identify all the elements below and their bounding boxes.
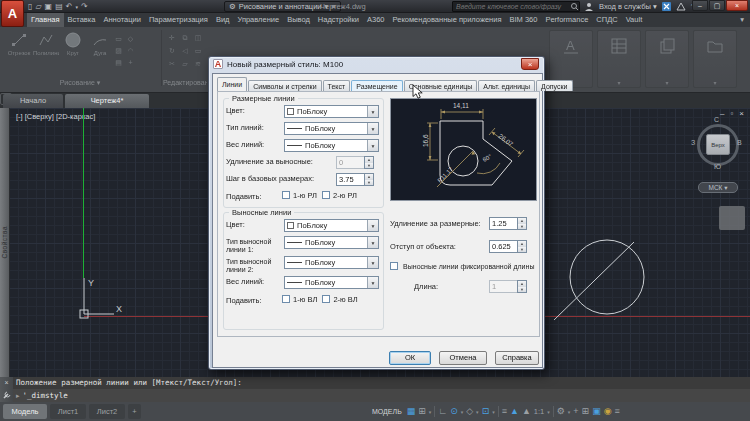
viewcube-west[interactable]: З: [691, 139, 695, 146]
recent-commands-icon[interactable]: ▸: [16, 392, 20, 400]
modify-panel-label[interactable]: Редактирование: [163, 79, 207, 86]
erase-icon[interactable]: ▱: [179, 58, 191, 70]
line-tool[interactable]: Отрезок: [6, 32, 32, 56]
annotation-autoscale-icon[interactable]: ▲: [522, 402, 531, 421]
ribbon-tab-addins[interactable]: Надстройки: [314, 13, 363, 27]
new-layout-button[interactable]: +: [128, 404, 141, 419]
customize-icon[interactable]: ≡: [615, 402, 620, 421]
ellipse-icon[interactable]: ◇: [125, 33, 136, 44]
plot-icon[interactable]: ▤: [55, 2, 63, 11]
tab-text[interactable]: Текст: [323, 80, 351, 91]
spinner-arrows[interactable]: ▲▼: [364, 173, 374, 186]
command-input[interactable]: [23, 391, 323, 400]
viewport-restore-icon[interactable]: ▫: [730, 109, 733, 118]
redo-icon[interactable]: ↷: [81, 2, 88, 11]
dialog-title-bar[interactable]: A Новый размерный стиль: М100: [213, 59, 343, 69]
close-icon[interactable]: ×: [4, 379, 8, 386]
point-icon[interactable]: +: [125, 57, 136, 68]
layout2-tab[interactable]: Лист2: [89, 404, 125, 419]
ext-linetype1-combo[interactable]: ПоБлоку ▼: [284, 236, 379, 249]
ribbon-tab-parametric[interactable]: Параметризация: [145, 13, 212, 27]
search-input[interactable]: [453, 3, 570, 10]
move-icon[interactable]: ✛: [166, 32, 178, 44]
suppress-ext1-checkbox[interactable]: [282, 295, 290, 303]
chevron-down-icon[interactable]: ▾: [476, 409, 479, 415]
viewcube-top-face[interactable]: Верх: [706, 134, 730, 155]
suppress-dim2-checkbox[interactable]: [322, 191, 330, 199]
scale-icon[interactable]: ▭: [192, 45, 204, 57]
arc-small-icon[interactable]: ◠: [125, 45, 136, 56]
undo-icon[interactable]: ↶: [66, 2, 73, 11]
rectangle-icon[interactable]: ▭: [113, 33, 124, 44]
tab-symbols-arrows[interactable]: Символы и стрелки: [248, 80, 321, 91]
ribbon-tab-home[interactable]: Главная: [27, 13, 64, 27]
spinner-arrows[interactable]: ▲▼: [517, 280, 527, 293]
dim-linetype-combo[interactable]: ПоБлоку ▼: [284, 122, 379, 135]
viewport-minimize-icon[interactable]: –: [720, 109, 724, 118]
ribbon-tab-performance[interactable]: Performance: [541, 13, 592, 27]
polygon-icon[interactable]: ▤: [113, 57, 124, 68]
file-tab-start[interactable]: Начало: [3, 94, 63, 108]
object-snap-icon[interactable]: ⊡: [482, 402, 490, 421]
hatch-icon[interactable]: ▨: [113, 45, 124, 56]
chevron-down-icon[interactable]: ▾: [429, 409, 432, 415]
viewcube-east[interactable]: В: [737, 139, 742, 146]
draw-panel-label[interactable]: Рисование ▾: [0, 79, 160, 87]
polar-tracking-icon[interactable]: ⊙: [450, 402, 458, 421]
quick-properties-icon[interactable]: ⊞: [582, 402, 590, 421]
dim-lineweight-combo[interactable]: ПоБлоку ▼: [284, 139, 379, 152]
annotation-scale-value[interactable]: 1:1: [534, 402, 544, 421]
signin-button[interactable]: Вход в службы▾: [599, 2, 657, 11]
viewcube-south[interactable]: Ю: [714, 163, 721, 170]
minimize-button[interactable]: –: [692, 0, 708, 11]
suppress-ext2-checkbox[interactable]: [322, 295, 330, 303]
search-box[interactable]: [452, 1, 580, 12]
app-menu-button[interactable]: A: [1, 0, 24, 27]
panel-group-button[interactable]: ▾: [693, 30, 737, 88]
ortho-icon[interactable]: ∟: [438, 402, 447, 421]
stretch-icon[interactable]: ◫: [192, 32, 204, 44]
panel-block-button[interactable]: ▾: [645, 30, 689, 88]
wrench-icon[interactable]: [2, 391, 11, 400]
save-icon[interactable]: ▣: [45, 2, 53, 11]
dialog-close-button[interactable]: ×: [521, 58, 539, 70]
dim-color-combo[interactable]: ПоБлоку ▼: [284, 105, 379, 118]
trim-icon[interactable]: ✂: [166, 58, 178, 70]
ribbon-tab-insert[interactable]: Вставка: [64, 13, 100, 27]
model-tab[interactable]: Модель: [3, 404, 47, 419]
person-icon[interactable]: [584, 2, 594, 11]
ext-lineweight-combo[interactable]: ПоБлоку ▼: [284, 276, 379, 289]
chevron-down-icon[interactable]: ▾: [547, 409, 550, 415]
ext-color-combo[interactable]: ПоБлоку ▼: [284, 219, 379, 232]
isolate-objects-icon[interactable]: ◉: [604, 402, 612, 421]
help-button[interactable]: Справка: [495, 351, 539, 365]
offset-from-origin-spinner[interactable]: 0.625 ▲▼: [489, 240, 527, 253]
ribbon-tab-output[interactable]: Вывод: [283, 13, 314, 27]
ext-linetype2-combo[interactable]: ПоБлоку ▼: [284, 256, 379, 269]
circle-tool[interactable]: Круг: [60, 32, 86, 56]
tab-tolerances[interactable]: Допуски: [536, 80, 572, 91]
snap-icon[interactable]: ⊞: [418, 402, 426, 421]
viewcube-ucs-menu[interactable]: МСК ▾: [698, 182, 738, 193]
dim-extend-spinner[interactable]: 0 ▲▼: [336, 156, 374, 169]
grid-icon[interactable]: ▦: [407, 402, 416, 421]
clean-screen-icon[interactable]: ▣: [592, 402, 601, 421]
spinner-arrows[interactable]: ▲▼: [517, 217, 527, 230]
suppress-dim1-checkbox[interactable]: [282, 191, 290, 199]
ribbon-tab-view[interactable]: Вид: [212, 13, 234, 27]
viewport-view[interactable]: [Сверху]: [25, 112, 54, 121]
workspace-gear-icon[interactable]: ⚙: [557, 402, 565, 421]
fixed-length-checkbox[interactable]: [390, 262, 398, 270]
properties-palette-tab[interactable]: Свойства: [0, 108, 10, 377]
rotate-icon[interactable]: ↻: [166, 45, 178, 57]
polyline-tool[interactable]: Полилиния: [33, 32, 59, 56]
tab-lines[interactable]: Линии: [217, 77, 247, 91]
navigation-bar[interactable]: [719, 206, 745, 230]
annotation-visibility-icon[interactable]: ▲: [510, 402, 519, 421]
crosshair-icon[interactable]: +: [573, 402, 578, 421]
close-button[interactable]: ×: [726, 0, 748, 11]
maximize-button[interactable]: ▢: [709, 0, 725, 11]
chevron-down-icon[interactable]: ▾: [568, 409, 571, 415]
tab-alt-units[interactable]: Альт. единицы: [478, 80, 535, 91]
file-tab-drawing[interactable]: Чертеж4*: [65, 94, 149, 108]
